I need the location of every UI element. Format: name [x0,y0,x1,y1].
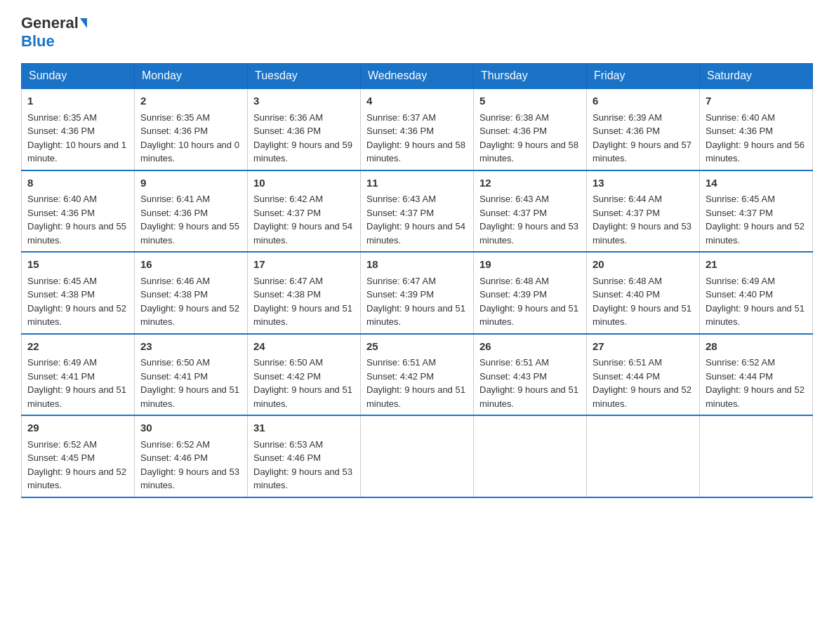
day-number: 23 [140,339,241,355]
calendar-cell: 2Sunrise: 6:35 AMSunset: 4:36 PMDaylight… [135,88,248,170]
sunrise-text: Sunrise: 6:36 AM [253,112,323,123]
weekday-header-thursday: Thursday [474,64,587,89]
day-number: 1 [27,93,128,109]
sunrise-text: Sunrise: 6:48 AM [593,276,662,286]
sunrise-text: Sunrise: 6:52 AM [706,357,775,368]
sunset-text: Sunset: 4:37 PM [479,208,547,218]
sunset-text: Sunset: 4:36 PM [27,126,95,136]
daylight-text: Daylight: 10 hours and 1 minute. [27,140,126,164]
sunrise-text: Sunrise: 6:40 AM [706,112,775,123]
sunrise-text: Sunrise: 6:42 AM [253,194,323,204]
calendar-cell: 1Sunrise: 6:35 AMSunset: 4:36 PMDaylight… [22,88,135,170]
calendar-cell: 17Sunrise: 6:47 AMSunset: 4:38 PMDayligh… [248,252,361,334]
calendar-header-row: SundayMondayTuesdayWednesdayThursdayFrid… [22,64,813,89]
calendar-week-row: 15Sunrise: 6:45 AMSunset: 4:38 PMDayligh… [22,252,813,334]
sunset-text: Sunset: 4:40 PM [706,289,773,300]
weekday-header-friday: Friday [587,64,700,89]
calendar-cell: 7Sunrise: 6:40 AMSunset: 4:36 PMDaylight… [700,88,813,170]
sunset-text: Sunset: 4:39 PM [366,289,434,300]
sunrise-text: Sunrise: 6:43 AM [479,194,549,204]
sunset-text: Sunset: 4:46 PM [253,452,321,463]
day-number: 7 [706,93,807,109]
calendar-cell: 5Sunrise: 6:38 AMSunset: 4:36 PMDaylight… [474,88,587,170]
sunset-text: Sunset: 4:43 PM [479,371,547,382]
sunset-text: Sunset: 4:36 PM [479,126,547,136]
calendar-cell: 13Sunrise: 6:44 AMSunset: 4:37 PMDayligh… [587,170,700,253]
sunrise-text: Sunrise: 6:50 AM [253,357,323,368]
sunrise-text: Sunrise: 6:43 AM [366,194,436,204]
calendar-cell: 29Sunrise: 6:52 AMSunset: 4:45 PMDayligh… [22,415,135,497]
day-number: 2 [140,93,241,109]
day-number: 21 [706,257,807,273]
sunset-text: Sunset: 4:36 PM [706,126,773,136]
daylight-text: Daylight: 9 hours and 56 minutes. [706,140,805,164]
day-number: 24 [253,339,355,355]
calendar-cell: 30Sunrise: 6:52 AMSunset: 4:46 PMDayligh… [135,415,248,497]
logo: General Blue [21,14,87,51]
calendar-cell: 9Sunrise: 6:41 AMSunset: 4:36 PMDaylight… [135,170,248,253]
daylight-text: Daylight: 9 hours and 58 minutes. [366,140,465,164]
daylight-text: Daylight: 9 hours and 52 minutes. [593,384,691,409]
day-number: 28 [706,339,807,355]
logo-triangle-icon [80,18,87,28]
weekday-header-wednesday: Wednesday [361,64,474,89]
sunset-text: Sunset: 4:37 PM [253,208,321,218]
sunrise-text: Sunrise: 6:40 AM [27,194,97,204]
sunrise-text: Sunrise: 6:49 AM [706,276,775,286]
sunset-text: Sunset: 4:42 PM [253,371,321,382]
daylight-text: Daylight: 9 hours and 51 minutes. [366,303,465,328]
sunrise-text: Sunrise: 6:45 AM [27,276,97,286]
sunrise-text: Sunrise: 6:35 AM [140,112,210,123]
sunset-text: Sunset: 4:36 PM [140,126,208,136]
sunset-text: Sunset: 4:41 PM [140,371,208,382]
sunrise-text: Sunrise: 6:47 AM [253,276,323,286]
sunset-text: Sunset: 4:36 PM [140,208,208,218]
day-number: 15 [27,257,128,273]
calendar-cell: 14Sunrise: 6:45 AMSunset: 4:37 PMDayligh… [700,170,813,253]
sunrise-text: Sunrise: 6:45 AM [706,194,775,204]
sunset-text: Sunset: 4:40 PM [593,289,660,300]
sunrise-text: Sunrise: 6:39 AM [593,112,662,123]
calendar-table: SundayMondayTuesdayWednesdayThursdayFrid… [21,63,813,498]
calendar-week-row: 29Sunrise: 6:52 AMSunset: 4:45 PMDayligh… [22,415,813,497]
day-number: 22 [27,339,128,355]
calendar-cell: 31Sunrise: 6:53 AMSunset: 4:46 PMDayligh… [248,415,361,497]
day-number: 30 [140,420,241,436]
calendar-cell: 22Sunrise: 6:49 AMSunset: 4:41 PMDayligh… [22,334,135,416]
day-number: 26 [479,339,581,355]
calendar-cell: 4Sunrise: 6:37 AMSunset: 4:36 PMDaylight… [361,88,474,170]
sunrise-text: Sunrise: 6:37 AM [366,112,436,123]
day-number: 17 [253,257,355,273]
daylight-text: Daylight: 9 hours and 51 minutes. [479,384,578,409]
sunrise-text: Sunrise: 6:51 AM [479,357,549,368]
sunset-text: Sunset: 4:36 PM [593,126,660,136]
sunset-text: Sunset: 4:36 PM [27,208,95,218]
daylight-text: Daylight: 9 hours and 57 minutes. [593,140,691,164]
calendar-cell [474,415,587,497]
logo-general-text: General [21,14,79,32]
calendar-cell: 20Sunrise: 6:48 AMSunset: 4:40 PMDayligh… [587,252,700,334]
daylight-text: Daylight: 9 hours and 53 minutes. [593,221,691,246]
weekday-header-sunday: Sunday [22,64,135,89]
daylight-text: Daylight: 9 hours and 51 minutes. [27,384,126,409]
calendar-cell [587,415,700,497]
daylight-text: Daylight: 9 hours and 53 minutes. [140,467,239,491]
daylight-text: Daylight: 9 hours and 51 minutes. [140,384,239,409]
daylight-text: Daylight: 9 hours and 54 minutes. [253,221,352,246]
daylight-text: Daylight: 9 hours and 51 minutes. [479,303,578,328]
sunset-text: Sunset: 4:36 PM [366,126,434,136]
calendar-cell: 6Sunrise: 6:39 AMSunset: 4:36 PMDaylight… [587,88,700,170]
day-number: 25 [366,339,468,355]
sunrise-text: Sunrise: 6:51 AM [366,357,436,368]
day-number: 6 [593,93,694,109]
daylight-text: Daylight: 9 hours and 53 minutes. [479,221,578,246]
sunset-text: Sunset: 4:37 PM [706,208,773,218]
daylight-text: Daylight: 9 hours and 55 minutes. [140,221,239,246]
calendar-cell [700,415,813,497]
calendar-week-row: 1Sunrise: 6:35 AMSunset: 4:36 PMDaylight… [22,88,813,170]
sunset-text: Sunset: 4:38 PM [140,289,208,300]
day-number: 19 [479,257,581,273]
sunset-text: Sunset: 4:46 PM [140,452,208,463]
day-number: 27 [593,339,694,355]
daylight-text: Daylight: 9 hours and 52 minutes. [140,303,239,328]
